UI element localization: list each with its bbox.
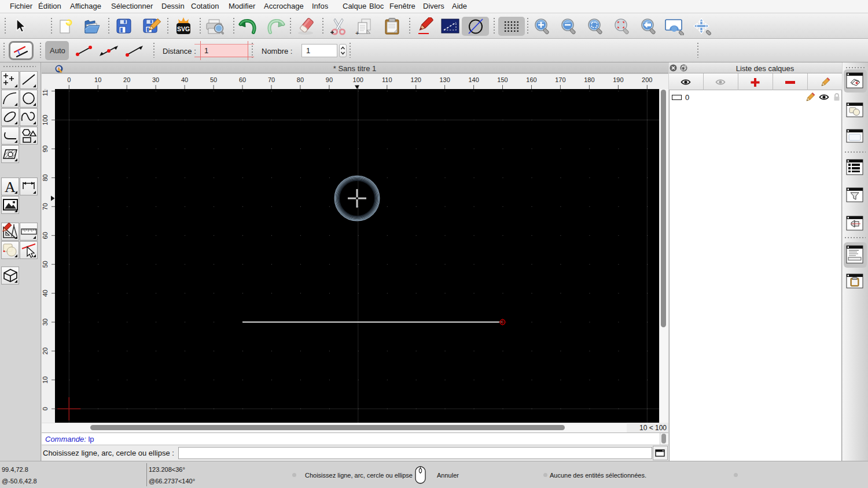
svg-text:170: 170 [555,76,565,83]
svg-text:70: 70 [268,76,275,83]
svg-text:100: 100 [353,76,363,83]
svg-text:20: 20 [42,347,49,354]
svg-text:A: A [5,179,16,195]
svg-text:20: 20 [123,76,130,83]
svg-text:160: 160 [526,76,536,83]
svg-text:130: 130 [439,76,450,83]
svg-text:SVG: SVG [177,25,190,32]
svg-text:30: 30 [42,319,49,326]
svg-text:60: 60 [239,76,246,83]
svg-text:180: 180 [584,76,594,83]
svg-text:80: 80 [297,76,304,83]
svg-text:50: 50 [42,261,49,268]
svg-text:110: 110 [382,76,392,83]
svg-text:140: 140 [468,76,479,83]
svg-text:30: 30 [152,76,159,83]
svg-text:200: 200 [642,76,652,83]
svg-text:90: 90 [42,145,49,152]
svg-text:120: 120 [411,76,421,83]
svg-text:190: 190 [613,76,623,83]
svg-text:0: 0 [67,76,71,83]
svg-text:110: 110 [42,89,49,96]
svg-text:+: + [355,29,359,36]
svg-text:10: 10 [42,376,49,383]
svg-text:70: 70 [42,203,49,210]
svg-text:40: 40 [42,290,49,297]
svg-text:50: 50 [210,76,217,83]
svg-text:90: 90 [326,76,333,83]
svg-text:80: 80 [42,174,49,181]
svg-text:150: 150 [497,76,507,83]
svg-text:40: 40 [181,76,188,83]
svg-text:60: 60 [42,232,49,239]
svg-text:0: 0 [42,407,49,411]
svg-text:100: 100 [42,114,49,125]
svg-text:10: 10 [94,76,101,83]
